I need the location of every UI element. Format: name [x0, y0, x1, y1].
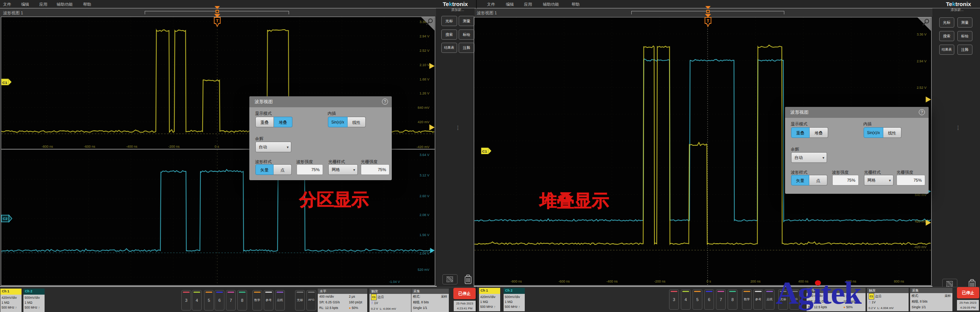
svg-text:-800 ns: -800 ns — [511, 280, 522, 283]
svg-text:1.56 V: 1.56 V — [419, 233, 429, 237]
svg-text:2.94 V: 2.94 V — [419, 34, 429, 38]
svg-text:2.60 V: 2.60 V — [419, 194, 429, 198]
svg-text:420 mV: 420 mV — [915, 220, 926, 223]
svg-text:-400 ns: -400 ns — [126, 145, 137, 148]
svg-text:3.36 V: 3.36 V — [916, 32, 926, 36]
svg-text:-800 ns: -800 ns — [41, 145, 53, 148]
svg-text:-420 mV: -420 mV — [913, 245, 926, 249]
svg-text:2.08 V: 2.08 V — [419, 213, 429, 217]
svg-text:0 s: 0 s — [215, 145, 219, 148]
svg-text:2.10 V: 2.10 V — [419, 63, 429, 67]
svg-text:-200 ns: -200 ns — [168, 145, 180, 148]
svg-text:-420 mV: -420 mV — [417, 145, 430, 149]
svg-text:C2: C2 — [3, 216, 8, 221]
svg-text:840 mV: 840 mV — [418, 106, 430, 110]
svg-text:3.64 V: 3.64 V — [419, 153, 429, 157]
svg-text:-200 ns: -200 ns — [654, 280, 665, 283]
svg-text:2.52 V: 2.52 V — [916, 86, 926, 89]
svg-text:C1: C1 — [482, 149, 487, 153]
svg-text:200 ns: 200 ns — [750, 280, 760, 283]
svg-text:-1.04 V: -1.04 V — [389, 280, 400, 284]
svg-text:3.12 V: 3.12 V — [419, 174, 429, 177]
svg-text:1.68 V: 1.68 V — [419, 78, 429, 81]
svg-text:T: T — [707, 19, 710, 23]
svg-text:-600 ns: -600 ns — [558, 280, 570, 283]
svg-text:1.04 V: 1.04 V — [419, 252, 429, 255]
svg-text:2.52 V: 2.52 V — [419, 49, 429, 53]
svg-text:1.26 V: 1.26 V — [419, 91, 429, 95]
svg-text:C1: C1 — [2, 80, 7, 84]
svg-text:0 s: 0 s — [706, 280, 711, 283]
svg-text:800 ns: 800 ns — [894, 280, 904, 283]
svg-text:520 mV: 520 mV — [418, 268, 430, 272]
svg-text:-400 ns: -400 ns — [606, 280, 618, 283]
svg-text:2.94 V: 2.94 V — [916, 59, 926, 63]
svg-text:420 mV: 420 mV — [418, 120, 430, 124]
svg-text:-600 ns: -600 ns — [84, 145, 95, 148]
svg-text:T: T — [216, 19, 219, 23]
